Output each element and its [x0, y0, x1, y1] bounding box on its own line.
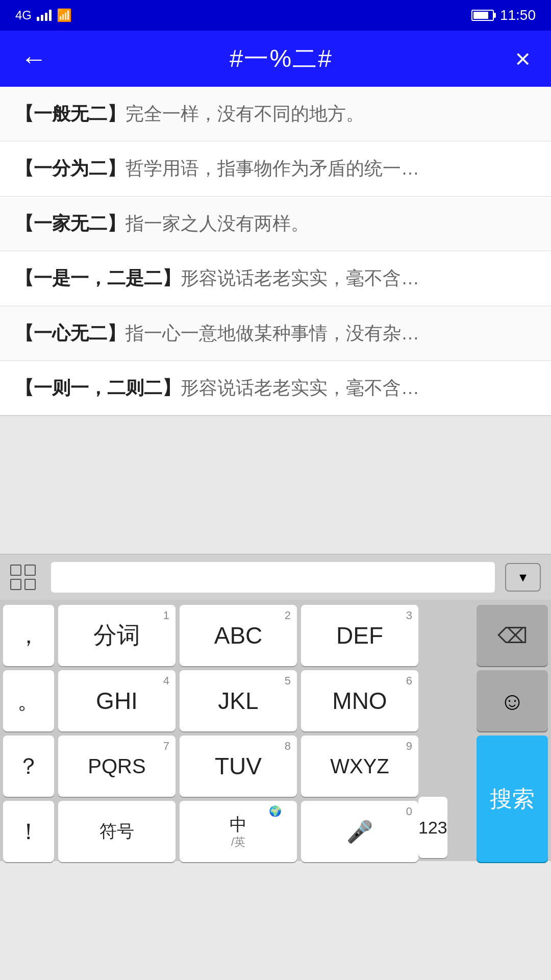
key-lang[interactable]: 中 🌍 /英 — [180, 801, 297, 862]
status-right: 11:50 — [471, 7, 536, 23]
key-4-ghi[interactable]: 4 GHI — [58, 670, 176, 731]
result-item-2[interactable]: 【一家无二】指一家之人没有两样。 — [0, 197, 551, 251]
sym-key-period[interactable]: 。 — [3, 670, 54, 731]
results-list: 【一般无二】完全一样，没有不同的地方。【一分为二】哲学用语，指事物作为矛盾的统一… — [0, 87, 551, 416]
sym-key-comma[interactable]: ， — [3, 605, 54, 666]
key-5-jkl[interactable]: 5 JKL — [180, 670, 297, 731]
key-8-tuv[interactable]: 8 TUV — [180, 736, 297, 797]
search-title: #一%二# — [230, 42, 333, 75]
action-column: ⌫ ☺ 搜索 — [477, 605, 548, 862]
status-left: 4G 📶 — [15, 8, 72, 22]
result-item-0[interactable]: 【一般无二】完全一样，没有不同的地方。 — [0, 87, 551, 141]
back-button[interactable]: ← — [20, 45, 47, 72]
backspace-key[interactable]: ⌫ — [477, 605, 548, 666]
key-3-def[interactable]: 3 DEF — [301, 605, 418, 666]
sym-key-question[interactable]: ？ — [3, 736, 54, 797]
key-9-wxyz[interactable]: 9 WXYZ — [301, 736, 418, 797]
result-item-1[interactable]: 【一分为二】哲学用语，指事物作为矛盾的统一… — [0, 141, 551, 196]
key-7-pqrs[interactable]: 7 PQRS — [58, 736, 176, 797]
signal-icon — [37, 10, 52, 21]
key-mic[interactable]: 0 🎤 — [301, 801, 418, 862]
network-label: 4G — [15, 8, 32, 22]
battery-icon — [471, 10, 494, 21]
symbol-column: ， 。 ？ ！ — [3, 605, 54, 862]
empty-area — [0, 416, 551, 554]
close-button[interactable]: × — [515, 43, 531, 74]
keyboard-down-button[interactable]: ▾ — [505, 563, 541, 592]
key-123[interactable]: 123 — [418, 797, 447, 858]
key-1-fenci[interactable]: 1 分词 — [58, 605, 176, 666]
time-label: 11:50 — [500, 7, 536, 23]
wifi-icon: 📶 — [57, 8, 72, 22]
keyboard: ， 。 ？ ！ 1 分词 2 ABC 3 DEF — [0, 600, 551, 861]
result-item-3[interactable]: 【一是一，二是二】形容说话老老实实，毫不含… — [0, 251, 551, 306]
result-item-4[interactable]: 【一心无二】指一心一意地做某种事情，没有杂… — [0, 306, 551, 361]
key-2-abc[interactable]: 2 ABC — [180, 605, 297, 666]
ime-input-area[interactable] — [51, 562, 495, 593]
ime-toolbar: ▾ — [0, 554, 551, 600]
main-key-grid: 1 分词 2 ABC 3 DEF 4 GHI 5 — [58, 605, 472, 862]
nav-bar: ← #一%二# × — [0, 31, 551, 87]
search-key[interactable]: 搜索 — [477, 736, 548, 862]
grid-icon[interactable] — [10, 562, 41, 593]
key-symbol[interactable]: 符号 — [58, 801, 176, 862]
sym-key-exclaim[interactable]: ！ — [3, 801, 54, 862]
status-bar: 4G 📶 11:50 — [0, 0, 551, 31]
result-item-5[interactable]: 【一则一，二则二】形容说话老老实实，毫不含… — [0, 361, 551, 415]
key-6-mno[interactable]: 6 MNO — [301, 670, 418, 731]
emoji-key[interactable]: ☺ — [477, 670, 548, 731]
